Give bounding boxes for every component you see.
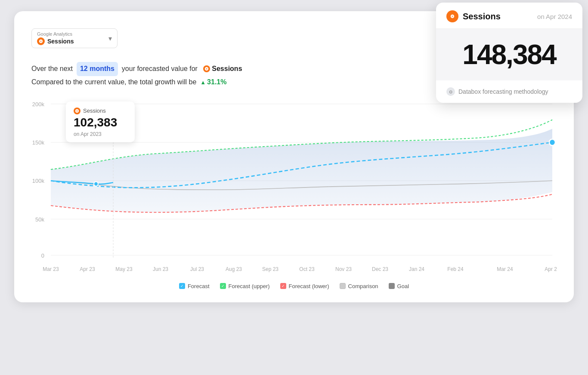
y-label-100k: 100k: [32, 178, 44, 184]
apr24-dot: [549, 139, 555, 146]
y-label-150k: 150k: [32, 139, 44, 146]
floating-tooltip-header-left: Sessions: [446, 10, 501, 22]
x-label-mar23: Mar 23: [43, 266, 59, 272]
apr23-dot: [94, 181, 98, 186]
legend-forecast[interactable]: ✓ Forecast: [179, 283, 210, 289]
x-label-apr23: Apr 23: [80, 266, 95, 272]
floating-tooltip-value-box: 148,384: [436, 29, 582, 80]
forecast-middle: your forecasted value for: [122, 65, 198, 72]
sessions-label: Sessions: [212, 63, 242, 75]
inner-tooltip-value: 102,383: [74, 116, 127, 129]
x-label-may23: May 23: [115, 266, 132, 272]
x-label-jun23: Jun 23: [153, 266, 168, 272]
legend-forecast-upper[interactable]: ✓ Forecast (upper): [220, 283, 270, 289]
x-label-feb24: Feb 24: [447, 266, 463, 272]
inner-tooltip: Sessions 102,383 on Apr 2023: [66, 101, 135, 142]
growth-value: 31.1%: [207, 76, 226, 89]
metric-name-label: Sessions: [47, 38, 74, 45]
goal-legend-label: Goal: [397, 283, 409, 289]
goal-checkbox[interactable]: [389, 283, 395, 289]
floating-tooltip-header: Sessions on Apr 2024: [436, 3, 582, 29]
chart-legend: ✓ Forecast ✓ Forecast (upper) ✓ Forecast…: [31, 283, 557, 289]
page-wrapper: Google Analytics Sessions ▾ Over the nex…: [14, 11, 574, 364]
floating-tooltip-footer-text: Databox forecasting methodology: [458, 88, 548, 95]
forecast-lower-checkbox[interactable]: ✓: [280, 283, 286, 289]
x-label-nov23: Nov 23: [335, 266, 352, 272]
forecast-checkbox[interactable]: ✓: [179, 283, 185, 289]
legend-comparison[interactable]: Comparison: [340, 283, 378, 289]
forecast-prefix: Over the next: [31, 65, 73, 72]
x-label-oct23: Oct 23: [299, 266, 314, 272]
forecast-legend-label: Forecast: [188, 283, 210, 289]
databox-methodology-icon: ⊙: [446, 87, 455, 96]
floating-tooltip: Sessions on Apr 2024 148,384 ⊙ Databox f…: [436, 3, 582, 103]
y-label-200k: 200k: [32, 101, 44, 108]
metric-row: Sessions: [37, 37, 100, 45]
floating-tooltip-label: Sessions: [463, 12, 501, 22]
sessions-badge: Sessions: [203, 63, 242, 75]
x-label-jan24: Jan 24: [409, 266, 424, 272]
floating-tooltip-footer: ⊙ Databox forecasting methodology: [436, 80, 582, 103]
ga-label: Google Analytics: [37, 31, 100, 37]
x-label-apr24: Apr 24: [545, 266, 557, 272]
forecast-upper-legend-label: Forecast (upper): [229, 283, 270, 289]
inner-tooltip-header: Sessions: [74, 108, 127, 114]
x-label-jul23: Jul 23: [190, 266, 204, 272]
inner-tooltip-label: Sessions: [83, 108, 106, 114]
ga-icon: [37, 37, 45, 45]
forecast-period: 12 months: [77, 62, 118, 76]
comparison-checkbox[interactable]: [340, 283, 346, 289]
floating-tooltip-icon: [446, 10, 458, 22]
growth-prefix: Compared to the current value, the total…: [31, 78, 196, 86]
comparison-legend-label: Comparison: [348, 283, 378, 289]
sessions-ga-icon: [203, 65, 210, 72]
metric-selector[interactable]: Google Analytics Sessions ▾: [31, 28, 118, 48]
x-label-dec23: Dec 23: [372, 266, 388, 272]
legend-forecast-lower[interactable]: ✓ Forecast (lower): [280, 283, 329, 289]
y-label-50k: 50k: [35, 216, 44, 222]
y-label-0: 0: [41, 252, 44, 258]
floating-tooltip-date: on Apr 2024: [537, 13, 572, 20]
chart-area: 200k 150k 100k 50k 0: [31, 97, 557, 278]
growth-arrow-icon: ▲: [200, 77, 206, 87]
x-label-sep23: Sep 23: [262, 266, 279, 272]
inner-tooltip-icon: [74, 108, 80, 114]
floating-tooltip-value: 148,384: [446, 41, 572, 68]
x-label-mar24: Mar 24: [497, 266, 513, 272]
forecast-upper-checkbox[interactable]: ✓: [220, 283, 226, 289]
growth-badge: ▲ 31.1%: [200, 76, 226, 89]
chevron-down-icon: ▾: [108, 34, 112, 43]
legend-goal[interactable]: Goal: [389, 283, 409, 289]
inner-tooltip-date: on Apr 2023: [74, 131, 127, 137]
x-label-aug23: Aug 23: [226, 266, 242, 272]
forecast-lower-legend-label: Forecast (lower): [289, 283, 329, 289]
